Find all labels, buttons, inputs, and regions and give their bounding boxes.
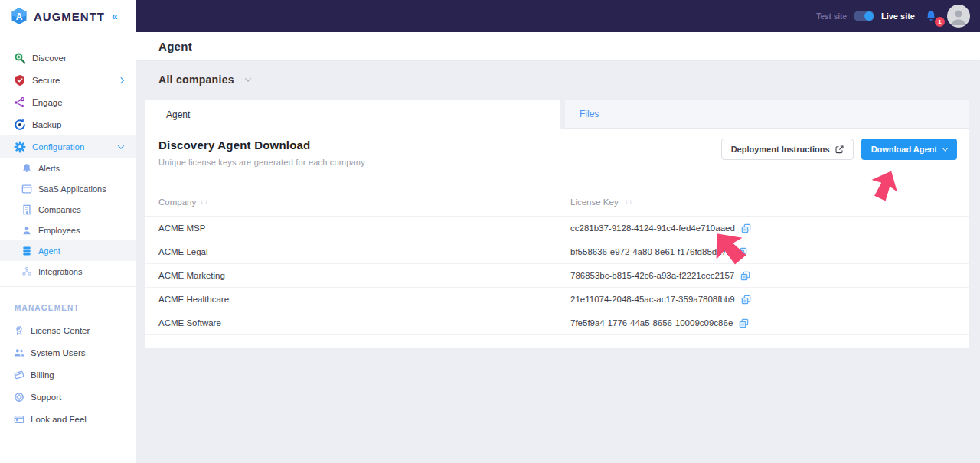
main-content: All companies Agent Files Discovery Agen… bbox=[136, 60, 980, 463]
sidebar-subitem-label: Alerts bbox=[38, 164, 60, 173]
brand-logo[interactable]: A AUGMENTT « bbox=[0, 0, 136, 32]
license-key-value: cc281b37-9128-4124-91c4-fed4e710aaed bbox=[570, 223, 735, 233]
column-header-label: Company bbox=[158, 197, 196, 207]
tab-files-label: Files bbox=[580, 109, 599, 119]
page-title: Agent bbox=[158, 40, 192, 53]
table-row: ACME Legal bf558636-e972-4a80-8e61-f176f… bbox=[145, 240, 969, 264]
sidebar-subitem-label: Employees bbox=[38, 226, 80, 235]
copy-license-button[interactable] bbox=[740, 271, 750, 281]
section-subtitle: Unique license keys are generated for ea… bbox=[158, 158, 365, 167]
app-window-icon bbox=[21, 184, 32, 194]
backup-arrow-icon bbox=[14, 119, 26, 131]
sidebar-item-system-users[interactable]: System Users bbox=[0, 341, 136, 364]
brand-name: AUGMENTT bbox=[34, 10, 105, 23]
copy-icon bbox=[741, 223, 751, 233]
site-toggle[interactable] bbox=[854, 11, 874, 21]
tab-files[interactable]: Files bbox=[565, 100, 969, 129]
company-filter-dropdown[interactable]: All companies bbox=[158, 73, 250, 86]
svg-text:A: A bbox=[16, 11, 23, 22]
copy-icon bbox=[740, 271, 750, 281]
chevron-down-icon bbox=[118, 142, 124, 148]
org-chart-icon bbox=[21, 266, 32, 277]
deployment-instructions-button[interactable]: Deployment Instructions bbox=[721, 139, 854, 160]
award-icon bbox=[14, 325, 24, 336]
sidebar-item-discover[interactable]: Discover bbox=[0, 47, 136, 69]
copy-license-button[interactable] bbox=[741, 295, 751, 305]
avatar-person-icon bbox=[947, 5, 970, 28]
toggle-knob bbox=[864, 11, 874, 21]
license-key-value: 21e11074-2048-45ac-ac17-359a7808fbb9 bbox=[570, 295, 735, 304]
sidebar-subitem-employees[interactable]: Employees bbox=[0, 220, 136, 240]
section-title: Discovery Agent Download bbox=[158, 139, 365, 152]
column-header-company[interactable]: Company ↓↑ bbox=[145, 197, 570, 207]
sidebar-subitem-saas-applications[interactable]: SaaS Applications bbox=[0, 178, 136, 199]
sidebar-collapse-icon[interactable]: « bbox=[112, 10, 116, 22]
license-key-value: 7fe5f9a4-1776-44a5-8656-10009c09c86e bbox=[570, 318, 733, 328]
sidebar-item-label: Configuration bbox=[32, 142, 113, 152]
sidebar-subitem-alerts[interactable]: Alerts bbox=[0, 158, 136, 178]
shield-icon bbox=[14, 74, 26, 86]
license-table: Company ↓↑ License Key ↓↑ ACME MSP cc281… bbox=[145, 187, 969, 335]
page-title-bar: Agent bbox=[136, 32, 980, 60]
notification-bell-button[interactable]: 1 bbox=[925, 7, 940, 25]
lifebuoy-icon bbox=[14, 392, 24, 403]
sidebar-subitem-companies[interactable]: Companies bbox=[0, 199, 136, 220]
sort-arrows-icon[interactable]: ↓↑ bbox=[625, 197, 634, 206]
sort-arrows-icon[interactable]: ↓↑ bbox=[200, 197, 209, 206]
app-window: Test site Live site 1 A bbox=[0, 0, 980, 463]
notification-badge: 1 bbox=[935, 17, 945, 27]
sidebar-item-configuration[interactable]: Configuration bbox=[0, 135, 136, 158]
sidebar-item-label: Billing bbox=[31, 370, 123, 380]
sidebar-item-backup[interactable]: Backup bbox=[0, 113, 136, 135]
download-agent-button[interactable]: Download Agent bbox=[861, 139, 957, 160]
sidebar-item-support[interactable]: Support bbox=[0, 386, 136, 408]
sidebar-item-look-and-feel[interactable]: Look and Feel bbox=[0, 408, 136, 430]
sidebar-item-secure[interactable]: Secure bbox=[0, 69, 136, 91]
user-avatar[interactable] bbox=[947, 5, 970, 28]
company-cell: ACME Legal bbox=[145, 247, 570, 256]
test-site-label: Test site bbox=[816, 12, 847, 21]
bell-icon bbox=[21, 163, 32, 174]
sidebar-item-engage[interactable]: Engage bbox=[0, 91, 136, 113]
download-agent-label: Download Agent bbox=[871, 145, 937, 154]
tab-agent-label: Agent bbox=[166, 109, 190, 120]
sidebar-item-label: Discover bbox=[32, 54, 123, 63]
company-cell: ACME Marketing bbox=[145, 271, 570, 280]
sidebar-item-label: Engage bbox=[32, 98, 123, 107]
sidebar-item-label: Secure bbox=[32, 76, 113, 85]
table-row: ACME Healthcare 21e11074-2048-45ac-ac17-… bbox=[145, 288, 969, 311]
section-heading-block: Discovery Agent Download Unique license … bbox=[158, 139, 365, 167]
sidebar-item-label: Support bbox=[31, 393, 123, 402]
augmentt-hexagon-icon: A bbox=[10, 7, 28, 25]
sidebar-subitem-integrations[interactable]: Integrations bbox=[0, 261, 136, 282]
agent-tab-panel: Discovery Agent Download Unique license … bbox=[145, 129, 969, 348]
building-icon bbox=[21, 204, 32, 215]
copy-license-button[interactable] bbox=[741, 223, 751, 233]
chevron-right-icon bbox=[118, 77, 124, 83]
chevron-down-icon bbox=[245, 75, 251, 81]
copy-license-button[interactable] bbox=[739, 318, 749, 328]
sidebar-item-label: Look and Feel bbox=[31, 415, 123, 424]
sidebar-item-license-center[interactable]: License Center bbox=[0, 319, 136, 341]
management-section-label: MANAGEMENT bbox=[15, 304, 136, 312]
top-bar: Test site Live site 1 bbox=[0, 0, 980, 32]
external-link-icon bbox=[835, 145, 844, 154]
magnifier-icon bbox=[14, 52, 26, 64]
sidebar-item-label: Backup bbox=[32, 120, 123, 129]
tab-agent[interactable]: Agent bbox=[145, 100, 560, 129]
license-key-value: 786853bc-b815-42c6-a93a-f2221cec2157 bbox=[570, 271, 734, 280]
table-header-row: Company ↓↑ License Key ↓↑ bbox=[145, 187, 969, 217]
company-filter-value: All companies bbox=[158, 73, 234, 86]
column-header-license-key[interactable]: License Key ↓↑ bbox=[570, 197, 969, 207]
company-cell: ACME MSP bbox=[145, 223, 570, 233]
network-icon bbox=[14, 96, 26, 109]
sidebar-subitem-label: Companies bbox=[38, 205, 81, 214]
sidebar-subitem-label: SaaS Applications bbox=[38, 184, 106, 194]
column-header-label: License Key bbox=[570, 197, 619, 207]
table-row: ACME MSP cc281b37-9128-4124-91c4-fed4e71… bbox=[145, 217, 969, 240]
sidebar-subitem-label: Integrations bbox=[38, 267, 82, 276]
sidebar-subitem-agent[interactable]: Agent bbox=[0, 240, 136, 261]
person-icon bbox=[21, 225, 32, 236]
sidebar-item-billing[interactable]: Billing bbox=[0, 364, 136, 386]
deployment-instructions-label: Deployment Instructions bbox=[731, 145, 830, 154]
